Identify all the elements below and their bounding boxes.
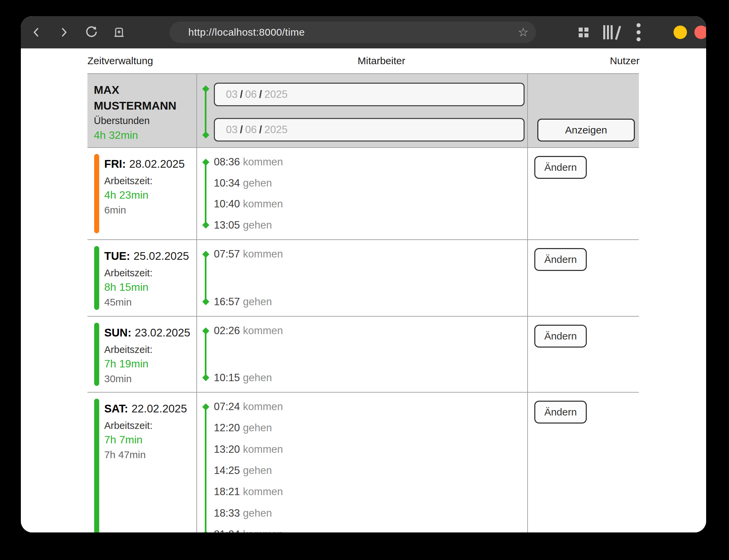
worktime-label: Arbeitszeit: xyxy=(104,419,196,432)
day-date: 23.02.2025 xyxy=(135,326,190,339)
new-tab-button[interactable] xyxy=(110,23,128,42)
time-entry: 16:57gehen xyxy=(214,294,527,309)
time-entry-list: 07:24kommen12:20gehen13:20kommen14:25geh… xyxy=(197,393,527,532)
timeline-connector xyxy=(205,407,206,532)
day-row: SUN:23.02.2025 Arbeitszeit: 7h 19min 30m… xyxy=(87,316,639,392)
employee-info-cell: MAX MUSTERMANN Überstunden 4h 32min xyxy=(87,74,197,147)
time-entry: 08:36kommen xyxy=(214,155,527,169)
day-date: 25.02.2025 xyxy=(133,250,189,262)
change-button[interactable]: Ändern xyxy=(534,248,587,271)
entry-action: gehen xyxy=(243,219,272,231)
employee-header-row: MAX MUSTERMANN Überstunden 4h 32min 03/0… xyxy=(87,73,639,147)
worktime-label: Arbeitszeit: xyxy=(104,174,196,188)
entry-time: 10:40 xyxy=(214,198,240,210)
close-button[interactable] xyxy=(694,26,706,39)
entry-time: 13:20 xyxy=(214,443,240,455)
change-button[interactable]: Ändern xyxy=(534,156,587,179)
entry-action: gehen xyxy=(243,177,272,189)
date-to-day: 03 xyxy=(226,124,237,136)
time-entry: 07:24kommen xyxy=(214,399,527,414)
date-range-connector xyxy=(205,89,206,135)
nav-item-zeitverwaltung[interactable]: Zeitverwaltung xyxy=(87,55,153,67)
time-entry: 21:04kommen xyxy=(214,527,527,532)
library-button[interactable] xyxy=(602,23,620,42)
worktime-value: 7h 7min xyxy=(104,432,196,447)
worktime-label: Arbeitszeit: xyxy=(104,343,196,356)
nav-item-nutzer[interactable]: Nutzer xyxy=(610,55,640,67)
entry-action: kommen xyxy=(243,528,283,532)
employee-first-name: MAX xyxy=(94,82,196,98)
menu-button[interactable] xyxy=(629,23,648,42)
time-entry: 13:20kommen xyxy=(214,442,527,457)
date-from-day: 03 xyxy=(226,88,237,101)
day-summary-cell: TUE:25.02.2025 Arbeitszeit: 8h 15min 45m… xyxy=(87,240,197,316)
nav-item-mitarbeiter[interactable]: Mitarbeiter xyxy=(358,55,406,67)
bookmark-star-icon[interactable]: ☆ xyxy=(518,26,529,38)
change-button-cell: Ändern xyxy=(528,317,638,392)
timeline-connector xyxy=(205,254,206,302)
entry-time: 10:34 xyxy=(214,177,240,189)
time-entry-list: 08:36kommen10:34gehen10:40kommen13:05geh… xyxy=(197,148,527,239)
back-button[interactable] xyxy=(27,23,46,42)
employee-last-name: MUSTERMANN xyxy=(94,98,196,114)
entry-time: 10:15 xyxy=(214,372,240,384)
worktime-value: 7h 19min xyxy=(104,356,196,371)
time-entry: 18:21kommen xyxy=(214,484,527,499)
tab-grid-button[interactable] xyxy=(574,23,593,42)
date-separator: / xyxy=(259,88,262,101)
time-entry-list: 02:26kommen10:15gehen xyxy=(197,317,527,392)
day-row: FRI:28.02.2025 Arbeitszeit: 4h 23min 6mi… xyxy=(87,147,639,239)
address-bar[interactable]: http://localhost:8000/time ☆ xyxy=(169,22,536,43)
back-icon xyxy=(30,26,43,39)
day-weekday: SAT: xyxy=(104,402,128,415)
day-weekday: TUE: xyxy=(104,250,130,262)
worktime-value: 8h 15min xyxy=(104,280,196,294)
pause-value: 45min xyxy=(104,294,196,310)
date-separator: / xyxy=(259,124,262,136)
day-row: SAT:22.02.2025 Arbeitszeit: 7h 7min 7h 4… xyxy=(87,392,639,532)
change-button[interactable]: Ändern xyxy=(534,401,587,424)
change-button[interactable]: Ändern xyxy=(534,325,587,348)
change-button-cell: Ändern xyxy=(528,148,638,239)
time-entry: 18:33gehen xyxy=(214,506,527,521)
entry-action: kommen xyxy=(243,401,283,412)
date-to-month: 06 xyxy=(245,124,257,136)
day-status-bar xyxy=(94,399,99,532)
time-table: MAX MUSTERMANN Überstunden 4h 32min 03/0… xyxy=(87,73,639,532)
time-entry-list: 07:57kommen16:57gehen xyxy=(197,240,527,316)
time-entry: 10:34gehen xyxy=(214,176,527,191)
day-date: 28.02.2025 xyxy=(129,158,185,170)
date-to-input[interactable]: 03/06/2025 xyxy=(214,118,525,142)
kebab-menu-icon xyxy=(637,23,641,41)
entry-time: 12:20 xyxy=(214,422,240,434)
entry-action: gehen xyxy=(243,296,272,308)
pause-value: 7h 47min xyxy=(104,447,196,463)
entry-action: kommen xyxy=(243,325,283,336)
forward-button[interactable] xyxy=(54,23,73,42)
pause-value: 6min xyxy=(104,202,196,218)
timeline-connector xyxy=(205,162,206,225)
change-button-cell: Ändern xyxy=(528,240,638,316)
forward-icon xyxy=(57,26,70,39)
date-separator: / xyxy=(240,124,243,136)
time-entry: 10:15gehen xyxy=(214,370,527,385)
new-tab-icon xyxy=(113,26,125,39)
entry-time: 07:57 xyxy=(214,248,240,260)
entry-time: 18:33 xyxy=(214,507,240,519)
date-from-input[interactable]: 03/06/2025 xyxy=(214,83,525,106)
reload-button[interactable] xyxy=(82,23,101,42)
day-status-bar xyxy=(94,246,99,310)
minimize-button[interactable] xyxy=(674,26,687,39)
show-button[interactable]: Anzeigen xyxy=(537,119,635,142)
url-text: http://localhost:8000/time xyxy=(188,27,305,38)
time-entries-cell: 07:57kommen16:57gehen xyxy=(197,240,528,316)
timeline-connector xyxy=(205,331,206,378)
entry-action: gehen xyxy=(243,507,272,519)
entry-action: gehen xyxy=(243,422,272,434)
main-nav: Zeitverwaltung Mitarbeiter Nutzer xyxy=(87,48,640,73)
worktime-value: 4h 23min xyxy=(104,188,196,202)
day-weekday: SUN: xyxy=(104,326,131,339)
time-entries-cell: 08:36kommen10:34gehen10:40kommen13:05geh… xyxy=(197,148,528,239)
worktime-label: Arbeitszeit: xyxy=(104,266,196,280)
entry-time: 21:04 xyxy=(214,528,240,532)
